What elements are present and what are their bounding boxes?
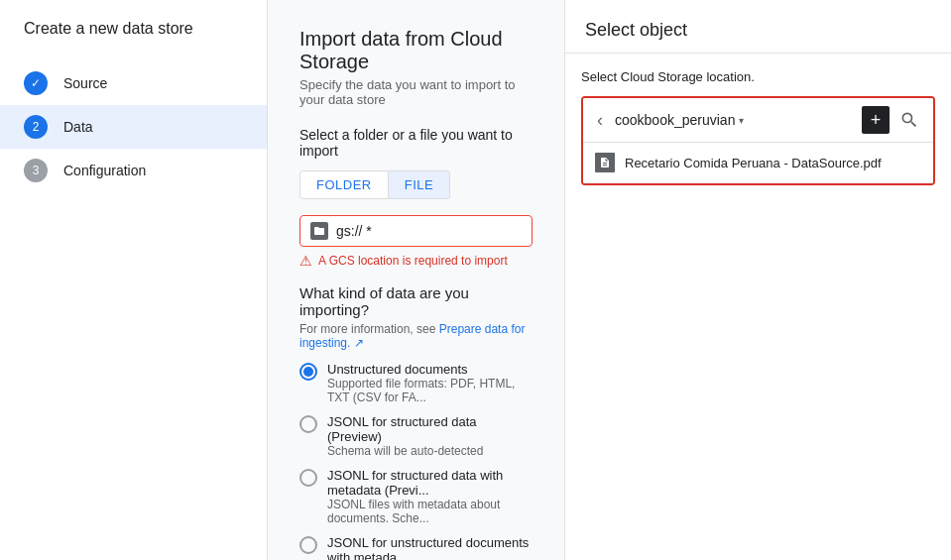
page-title: Create a new data store — [0, 20, 267, 61]
sidebar-item-data[interactable]: 2 Data — [0, 105, 267, 149]
select-file-label: Select a folder or a file you want to im… — [299, 127, 533, 159]
radio-sub-unstructured: Supported file formats: PDF, HTML, TXT (… — [327, 377, 533, 404]
radio-circle-jsonl-structured — [299, 415, 317, 433]
file-name: Recetario Comida Peruana - DataSource.pd… — [625, 156, 882, 170]
radio-unstructured[interactable]: Unstructured documents Supported file fo… — [299, 362, 533, 404]
chevron-down-icon: ▾ — [739, 115, 744, 126]
nav-folder-name: cookbook_peruvian ▾ — [615, 112, 854, 128]
storage-browser: ‹ cookbook_peruvian ▾ + Recetar — [581, 96, 935, 185]
error-icon: ⚠ — [299, 253, 312, 269]
gcs-error: ⚠ A GCS location is required to import — [299, 253, 533, 269]
radio-label-jsonl-metadata: JSONL for structured data with metadata … — [327, 468, 533, 498]
tab-folder[interactable]: FOLDER — [299, 170, 389, 199]
sidebar-label-configuration: Configuration — [63, 163, 146, 178]
right-panel-title: Select object — [565, 0, 951, 54]
radio-jsonl-unstructured-meta[interactable]: JSONL for unstructured documents with me… — [299, 535, 533, 560]
prepare-data-link[interactable]: Prepare data for ingesting. ↗ — [299, 322, 525, 350]
file-list: Recetario Comida Peruana - DataSource.pd… — [583, 143, 933, 183]
sidebar: Create a new data store ✓ Source 2 Data … — [0, 0, 268, 560]
storage-nav: ‹ cookbook_peruvian ▾ + — [583, 98, 933, 143]
gcs-input-wrap — [299, 215, 533, 247]
sidebar-label-source: Source — [63, 75, 107, 91]
sidebar-label-data: Data — [63, 119, 93, 135]
radio-sub-jsonl-structured: Schema will be auto-detected — [327, 444, 533, 458]
step-circle-data: 2 — [24, 115, 48, 139]
radio-circle-jsonl-metadata — [299, 469, 317, 487]
radio-circle-unstructured — [299, 363, 317, 381]
step-circle-source: ✓ — [24, 71, 48, 95]
add-folder-button[interactable]: + — [862, 106, 890, 134]
gcs-input[interactable] — [336, 223, 522, 239]
main-content: Import data from Cloud Storage Specify t… — [268, 0, 564, 560]
right-panel-body: Select Cloud Storage location. ‹ cookboo… — [565, 54, 951, 560]
radio-label-unstructured: Unstructured documents — [327, 362, 533, 377]
radio-circle-jsonl-unstructured-meta — [299, 536, 317, 554]
search-button[interactable] — [895, 106, 923, 134]
nav-actions: + — [862, 106, 923, 134]
pdf-icon — [595, 153, 615, 172]
import-subtitle: Specify the data you want to import to y… — [299, 77, 533, 107]
right-panel: Select object Select Cloud Storage locat… — [564, 0, 951, 560]
radio-jsonl-metadata[interactable]: JSONL for structured data with metadata … — [299, 468, 533, 525]
radio-sub-jsonl-metadata: JSONL files with metadata about document… — [327, 498, 533, 525]
radio-label-jsonl-structured: JSONL for structured data (Preview) — [327, 414, 533, 444]
radio-jsonl-structured[interactable]: JSONL for structured data (Preview) Sche… — [299, 414, 533, 458]
data-type-info: For more information, see Prepare data f… — [299, 322, 533, 350]
data-type-options: Unstructured documents Supported file fo… — [299, 362, 533, 560]
step-circle-configuration: 3 — [24, 159, 48, 182]
gcs-folder-icon — [310, 222, 328, 240]
import-title: Import data from Cloud Storage — [299, 28, 533, 73]
data-type-title: What kind of data are you importing? — [299, 284, 533, 318]
back-icon[interactable]: ‹ — [593, 110, 607, 131]
sidebar-item-configuration[interactable]: 3 Configuration — [0, 149, 267, 192]
folder-name-text: cookbook_peruvian — [615, 112, 735, 128]
error-text: A GCS location is required to import — [318, 254, 508, 268]
folder-file-tabs: FOLDER FILE — [299, 170, 533, 199]
file-item[interactable]: Recetario Comida Peruana - DataSource.pd… — [583, 143, 933, 183]
radio-label-jsonl-unstructured-meta: JSONL for unstructured documents with me… — [327, 535, 533, 560]
right-panel-desc: Select Cloud Storage location. — [581, 69, 935, 84]
tab-file[interactable]: FILE — [389, 170, 450, 199]
sidebar-item-source[interactable]: ✓ Source — [0, 61, 267, 105]
